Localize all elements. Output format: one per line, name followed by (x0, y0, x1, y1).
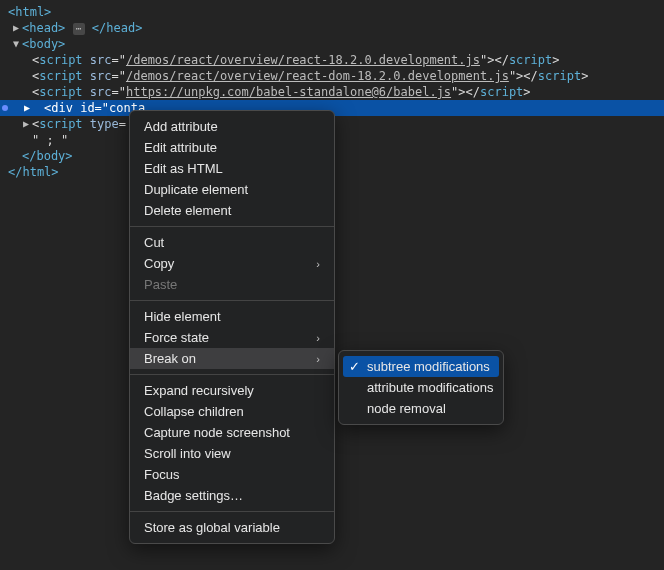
menu-edit-attribute[interactable]: Edit attribute (130, 137, 334, 158)
dom-row[interactable]: <html> (0, 4, 664, 20)
menu-expand-recursively[interactable]: Expand recursively (130, 380, 334, 401)
src-link[interactable]: /demos/react/overview/react-dom-18.2.0.d… (126, 69, 509, 83)
chevron-right-icon: › (316, 332, 320, 344)
menu-focus[interactable]: Focus (130, 464, 334, 485)
dom-row[interactable]: ▼<body> (0, 36, 664, 52)
expand-icon[interactable]: ▶ (11, 20, 21, 36)
context-menu: Add attribute Edit attribute Edit as HTM… (129, 110, 335, 544)
dom-row[interactable]: <script src="/demos/react/overview/react… (0, 68, 664, 84)
expand-icon[interactable]: ▶ (22, 100, 32, 116)
menu-force-state[interactable]: Force state› (130, 327, 334, 348)
break-on-submenu: ✓subtree modifications attribute modific… (338, 350, 504, 425)
dom-row[interactable]: <script src="https://unpkg.com/babel-sta… (0, 84, 664, 100)
menu-paste: Paste (130, 274, 334, 295)
menu-break-on[interactable]: Break on› (130, 348, 334, 369)
breakpoint-icon (2, 105, 8, 111)
checkmark-icon: ✓ (347, 359, 361, 374)
menu-scroll-into-view[interactable]: Scroll into view (130, 443, 334, 464)
menu-duplicate[interactable]: Duplicate element (130, 179, 334, 200)
separator (130, 374, 334, 375)
menu-copy[interactable]: Copy› (130, 253, 334, 274)
src-link[interactable]: https://unpkg.com/babel-standalone@6/bab… (126, 85, 451, 99)
collapse-icon[interactable]: ▼ (11, 36, 21, 52)
menu-edit-as-html[interactable]: Edit as HTML (130, 158, 334, 179)
menu-cut[interactable]: Cut (130, 232, 334, 253)
src-link[interactable]: /demos/react/overview/react-18.2.0.devel… (126, 53, 480, 67)
ellipsis-icon[interactable]: ⋯ (73, 23, 85, 35)
menu-store-global[interactable]: Store as global variable (130, 517, 334, 538)
menu-capture-screenshot[interactable]: Capture node screenshot (130, 422, 334, 443)
expand-icon[interactable]: ▶ (21, 116, 31, 132)
menu-collapse-children[interactable]: Collapse children (130, 401, 334, 422)
separator (130, 511, 334, 512)
chevron-right-icon: › (316, 258, 320, 270)
chevron-right-icon: › (316, 353, 320, 365)
menu-badge-settings[interactable]: Badge settings… (130, 485, 334, 506)
dom-row[interactable]: <script src="/demos/react/overview/react… (0, 52, 664, 68)
separator (130, 300, 334, 301)
submenu-node-removal[interactable]: node removal (339, 398, 503, 419)
dom-row[interactable]: ▶<head> ⋯ </head> (0, 20, 664, 36)
menu-add-attribute[interactable]: Add attribute (130, 116, 334, 137)
separator (130, 226, 334, 227)
menu-delete[interactable]: Delete element (130, 200, 334, 221)
submenu-subtree-modifications[interactable]: ✓subtree modifications (343, 356, 499, 377)
submenu-attribute-modifications[interactable]: attribute modifications (339, 377, 503, 398)
menu-hide-element[interactable]: Hide element (130, 306, 334, 327)
